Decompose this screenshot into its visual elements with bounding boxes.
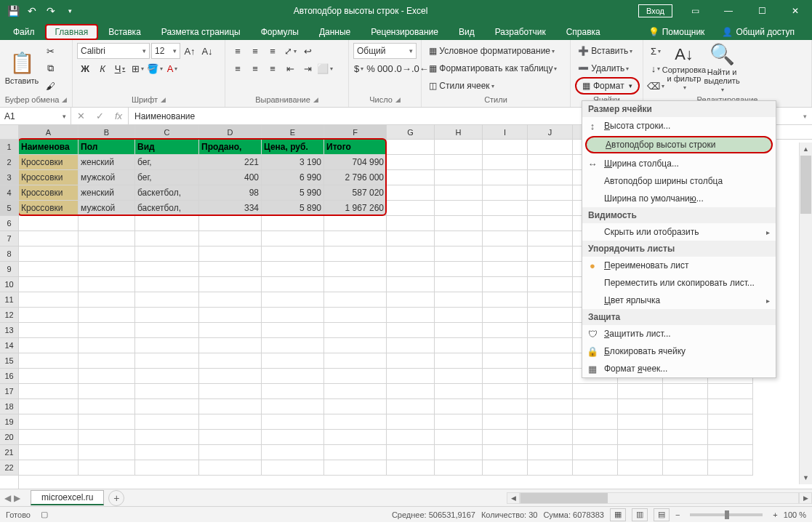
cell[interactable] (528, 384, 573, 399)
dialog-launcher-icon[interactable]: ◢ (62, 96, 67, 103)
scroll-left-icon[interactable]: ◀ (507, 492, 520, 504)
percent-icon[interactable]: % (366, 60, 376, 76)
sheet-tab-active[interactable]: microexcel.ru (31, 490, 104, 505)
row-header[interactable]: 9 (0, 262, 18, 277)
cell[interactable] (387, 277, 435, 292)
cell[interactable] (387, 262, 435, 277)
dd-default-width[interactable]: Ширина по умолчанию... (582, 190, 776, 207)
cell[interactable]: 2 796 000 (324, 170, 387, 185)
maximize-button[interactable]: ☐ (745, 0, 779, 21)
cell[interactable] (435, 185, 483, 201)
cell[interactable] (387, 399, 435, 414)
cell[interactable] (79, 308, 135, 323)
tab-home[interactable]: Главная (45, 24, 99, 40)
cell[interactable] (135, 216, 199, 231)
cell[interactable] (483, 185, 528, 201)
fill-color-icon[interactable]: 🪣 (147, 60, 163, 76)
cell[interactable] (435, 414, 483, 430)
cell[interactable] (708, 430, 753, 445)
cell[interactable] (199, 292, 262, 308)
cell[interactable] (573, 414, 618, 430)
cell[interactable] (135, 292, 199, 308)
font-name-combo[interactable]: Calibri (77, 43, 150, 59)
cell[interactable] (262, 247, 324, 262)
cell[interactable] (135, 323, 199, 338)
cell[interactable] (618, 399, 663, 414)
cell[interactable] (435, 308, 483, 323)
conditional-formatting-button[interactable]: ▦ Условное форматирование (426, 44, 558, 57)
cell[interactable] (135, 353, 199, 369)
cell[interactable] (262, 323, 324, 338)
cell[interactable] (708, 445, 753, 460)
cell[interactable]: 98 (199, 185, 262, 201)
cell[interactable] (387, 216, 435, 231)
bold-button[interactable]: Ж (77, 60, 93, 76)
wrap-text-icon[interactable]: ↩ (300, 43, 315, 59)
format-button[interactable]: ▦Формат (575, 77, 640, 95)
row-header[interactable]: 8 (0, 247, 18, 262)
cell[interactable] (387, 185, 435, 201)
cell[interactable] (79, 460, 135, 476)
cell[interactable]: Кроссовки (19, 170, 79, 185)
cell[interactable] (663, 445, 708, 460)
delete-cells-button[interactable]: ➖ Удалить (575, 62, 632, 75)
tab-view[interactable]: Вид (449, 24, 485, 40)
cell[interactable] (19, 369, 79, 384)
cell[interactable] (19, 308, 79, 323)
cell[interactable] (387, 323, 435, 338)
autosum-icon[interactable]: Σ (648, 43, 664, 59)
format-painter-icon[interactable]: 🖌 (42, 78, 58, 94)
row-header[interactable]: 20 (0, 430, 18, 445)
cell[interactable] (324, 399, 387, 414)
cell[interactable] (483, 338, 528, 353)
cell[interactable] (387, 353, 435, 369)
save-icon[interactable]: 💾 (4, 2, 22, 20)
cell[interactable]: Продано, (199, 140, 262, 155)
cell[interactable]: 400 (199, 170, 262, 185)
scroll-right-icon[interactable]: ▶ (799, 492, 812, 504)
cell[interactable] (483, 292, 528, 308)
cell[interactable]: мужской (79, 170, 135, 185)
row-header[interactable]: 5 (0, 201, 18, 216)
tell-me-link[interactable]: 💡Помощник (643, 24, 711, 40)
zoom-out-icon[interactable]: − (675, 510, 680, 519)
share-link[interactable]: 👤Общий доступ (716, 24, 800, 40)
cell[interactable] (435, 231, 483, 247)
cell[interactable] (483, 430, 528, 445)
cell[interactable] (528, 323, 573, 338)
expand-formula-icon[interactable]: ▾ (797, 108, 812, 124)
cell[interactable] (79, 399, 135, 414)
cell[interactable] (324, 414, 387, 430)
cell[interactable] (19, 216, 79, 231)
cell[interactable] (79, 323, 135, 338)
cell[interactable] (79, 445, 135, 460)
cell[interactable] (19, 445, 79, 460)
cell[interactable] (618, 445, 663, 460)
cell[interactable] (199, 323, 262, 338)
tab-insert[interactable]: Вставка (98, 24, 151, 40)
align-top-icon[interactable]: ≡ (230, 43, 246, 59)
column-header[interactable]: J (528, 125, 573, 139)
cell[interactable] (618, 414, 663, 430)
format-as-table-button[interactable]: ▦ Форматировать как таблицу (426, 62, 560, 75)
cell[interactable] (135, 338, 199, 353)
row-header[interactable]: 7 (0, 231, 18, 247)
cell[interactable] (19, 323, 79, 338)
cell[interactable] (528, 231, 573, 247)
cell[interactable] (528, 353, 573, 369)
cell[interactable] (528, 292, 573, 308)
currency-icon[interactable]: $ (353, 60, 364, 76)
minimize-button[interactable]: — (712, 0, 745, 21)
cell[interactable] (135, 399, 199, 414)
cell[interactable] (483, 369, 528, 384)
cell[interactable]: 1 967 260 (324, 201, 387, 216)
cell[interactable] (387, 369, 435, 384)
dialog-launcher-icon[interactable]: ◢ (161, 96, 166, 103)
align-center-icon[interactable]: ≡ (247, 60, 263, 76)
cell[interactable]: баскетбол, (135, 185, 199, 201)
row-header[interactable]: 11 (0, 292, 18, 308)
scroll-up-icon[interactable]: ▲ (800, 143, 812, 156)
cell[interactable] (435, 445, 483, 460)
name-box[interactable]: A1 (0, 108, 71, 124)
column-header[interactable]: I (483, 125, 528, 139)
